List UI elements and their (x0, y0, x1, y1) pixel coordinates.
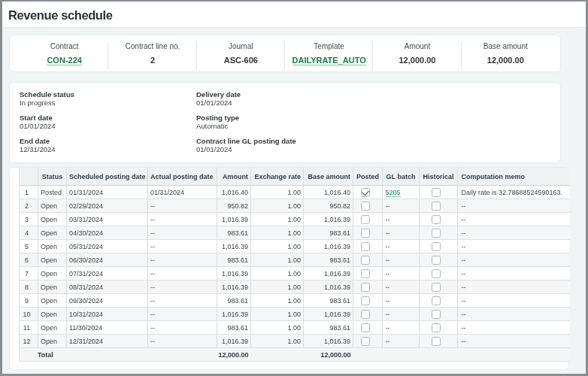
historical-checkbox[interactable] (432, 337, 441, 346)
cell-historical (420, 266, 458, 280)
cell-scheduled-posting-date: 02/29/2024 (67, 199, 148, 212)
table-row: 8Open08/31/2024--1,016.391.001,016.39---… (20, 280, 570, 293)
summary-value: 2 (150, 56, 155, 65)
details-right-column: Delivery date01/01/2024Posting typeAutom… (196, 90, 296, 162)
posted-checkbox[interactable] (361, 202, 370, 211)
detail-field-delivery-date: Delivery date01/01/2024 (196, 90, 296, 114)
cell-exchange-rate: 1.00 (251, 334, 304, 347)
table-row: 11Open11/30/2024--983.611.00983.61---- (20, 320, 570, 334)
cell-gl-batch: -- (383, 266, 420, 280)
cell-scheduled-posting-date: 05/31/2024 (67, 239, 148, 253)
posted-checkbox[interactable] (361, 269, 370, 278)
details-panel: Schedule statusIn progressStart date01/0… (9, 82, 561, 163)
cell-posted (353, 334, 383, 347)
posted-checkbox[interactable] (361, 256, 370, 265)
summary-field-template: TemplateDAILYRATE_AUTO (285, 35, 373, 71)
table-total-row: Total12,000.0012,000.00 (20, 347, 570, 361)
cell-amount: 983.61 (217, 226, 251, 239)
cell-gl-batch: -- (383, 307, 420, 320)
header-exchange-rate: Exchange rate (251, 168, 304, 185)
cell-computation-memo: -- (458, 226, 570, 239)
header-historical: Historical (420, 168, 458, 185)
cell-scheduled-posting-date: 08/31/2024 (67, 280, 148, 293)
cell-computation-memo: Daily rate is 32.78688524590163. (458, 185, 570, 199)
historical-checkbox[interactable] (432, 310, 441, 319)
summary-strip: ContractCON-224Contract line no.2Journal… (9, 35, 561, 72)
cell-actual-posting-date: 01/31/2024 (148, 185, 217, 199)
detail-label: Delivery date (196, 90, 296, 99)
cell-posted (353, 307, 383, 320)
cell-row-number: 8 (20, 280, 38, 293)
cell-status: Open (38, 280, 67, 293)
cell-actual-posting-date: -- (148, 266, 217, 280)
cell-status: Open (38, 212, 67, 226)
historical-checkbox[interactable] (432, 188, 441, 197)
summary-value: ASC-606 (224, 56, 258, 65)
summary-value-link[interactable]: CON-224 (47, 56, 81, 65)
cell-status: Open (38, 239, 67, 253)
historical-checkbox[interactable] (432, 296, 441, 305)
cell-scheduled-posting-date: 11/30/2024 (67, 320, 148, 334)
cell-gl-batch: -- (383, 199, 420, 212)
total-label: Total (20, 347, 67, 361)
posted-checkbox[interactable] (361, 296, 370, 305)
detail-label: End date (20, 137, 196, 145)
cell-gl-batch: -- (383, 334, 420, 347)
posted-checkbox[interactable] (361, 242, 370, 251)
posted-checkbox[interactable] (361, 283, 370, 292)
posted-checkbox[interactable] (361, 310, 370, 319)
cell-status: Open (38, 334, 67, 347)
historical-checkbox[interactable] (432, 229, 441, 238)
cell-exchange-rate: 1.00 (251, 226, 304, 239)
posted-checkbox[interactable] (361, 337, 370, 346)
page-content: ContractCON-224Contract line no.2Journal… (2, 28, 586, 370)
summary-value-link[interactable]: DAILYRATE_AUTO (292, 56, 366, 65)
cell-amount: 1,016.39 (217, 212, 251, 226)
cell-actual-posting-date: -- (148, 320, 217, 334)
cell-historical (420, 307, 458, 320)
cell-computation-memo: -- (458, 253, 570, 266)
cell-base-amount: 1,016.39 (304, 307, 353, 320)
detail-field-posting-type: Posting typeAutomatic (196, 114, 296, 137)
historical-checkbox[interactable] (432, 256, 441, 265)
cell-row-number: 9 (20, 293, 38, 307)
cell-base-amount: 1,016.39 (304, 239, 353, 253)
detail-label: Contract line GL posting date (196, 137, 296, 145)
detail-field-end-date: End date12/31/2024 (20, 137, 196, 160)
cell-base-amount: 983.61 (304, 253, 353, 266)
cell-exchange-rate: 1.00 (251, 199, 304, 212)
historical-checkbox[interactable] (432, 283, 441, 292)
cell-row-number: 5 (20, 239, 38, 253)
cell-amount: 1,016.39 (217, 239, 251, 253)
detail-value: In progress (20, 99, 196, 107)
table-row: 10Open10/31/2024--1,016.391.001,016.39--… (20, 307, 570, 320)
cell-posted (353, 253, 383, 266)
posted-checkbox[interactable] (361, 323, 370, 332)
page-title: Revenue schedule (8, 8, 113, 23)
cell-scheduled-posting-date: 01/31/2024 (67, 185, 148, 199)
cell-status: Open (38, 293, 67, 307)
historical-checkbox[interactable] (432, 242, 441, 251)
historical-checkbox[interactable] (432, 269, 441, 278)
cell-posted (353, 239, 383, 253)
posted-checkbox[interactable] (361, 215, 370, 224)
cell-status: Open (38, 307, 67, 320)
cell-base-amount: 983.61 (304, 293, 353, 307)
cell-exchange-rate: 1.00 (251, 253, 304, 266)
cell-amount: 983.61 (217, 253, 251, 266)
cell-gl-batch: -- (383, 239, 420, 253)
historical-checkbox[interactable] (432, 323, 441, 332)
posted-checkbox[interactable] (361, 229, 370, 238)
posted-checkbox[interactable] (361, 188, 370, 197)
historical-checkbox[interactable] (432, 215, 441, 224)
table-row: 6Open06/30/2024--983.611.00983.61---- (20, 253, 570, 266)
historical-checkbox[interactable] (432, 202, 441, 211)
detail-value: 12/31/2024 (20, 145, 196, 153)
cell-exchange-rate: 1.00 (251, 266, 304, 280)
cell-scheduled-posting-date: 09/30/2024 (67, 293, 148, 307)
schedule-table: Status Scheduled posting date Actual pos… (19, 168, 570, 362)
summary-label: Journal (229, 43, 253, 50)
gl-batch-link[interactable]: 5205 (386, 189, 401, 197)
cell-historical (420, 293, 458, 307)
cell-computation-memo: -- (458, 293, 570, 307)
